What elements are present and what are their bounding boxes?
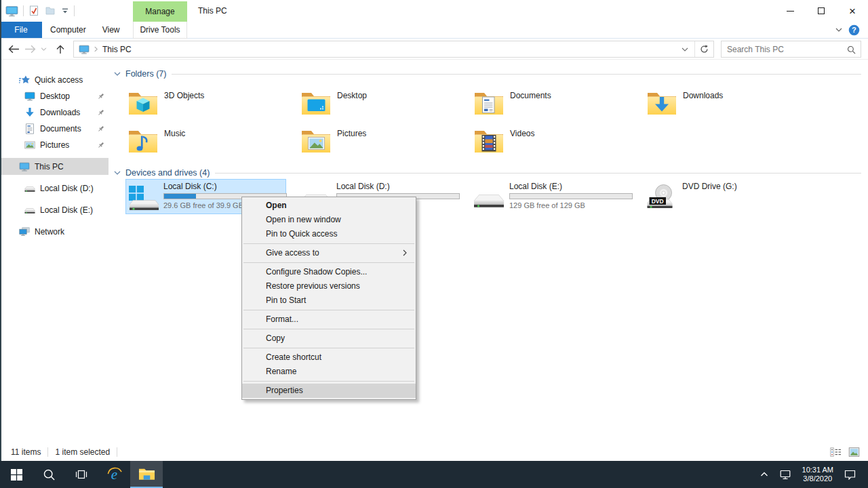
tile-label: Documents	[510, 91, 551, 121]
menu-item-configure-shadow-copies[interactable]: Configure Shadow Copies...	[242, 265, 416, 279]
menu-item-properties[interactable]: Properties	[242, 384, 416, 398]
details-view-button[interactable]	[830, 447, 842, 457]
chevron-down-icon[interactable]	[835, 28, 842, 32]
sidebar-item-network[interactable]: Network	[0, 221, 108, 243]
tile-folder-documents[interactable]: Documents	[471, 87, 632, 121]
group-label[interactable]: Folders (7)	[125, 69, 166, 79]
menu-separator	[243, 262, 414, 263]
task-view-button[interactable]	[65, 461, 98, 488]
sidebar-item-downloads[interactable]: Downloads	[0, 104, 108, 121]
selection-count: 1 item selected	[55, 447, 110, 457]
menu-item-pin-to-quick-access[interactable]: Pin to Quick access	[242, 227, 416, 241]
menu-item-create-shortcut[interactable]: Create shortcut	[242, 350, 416, 365]
menu-item-pin-to-start[interactable]: Pin to Start	[242, 293, 416, 308]
menu-item-format[interactable]: Format...	[242, 312, 416, 327]
menu-separator	[243, 310, 414, 310]
internet-explorer-button[interactable]: e	[98, 461, 130, 488]
this-pc-icon	[79, 44, 90, 55]
close-icon: ×	[849, 5, 856, 17]
folder-music-icon	[127, 126, 159, 156]
menu-separator	[243, 243, 414, 244]
tab-view[interactable]: View	[94, 22, 128, 38]
recent-locations-dropdown[interactable]	[38, 39, 49, 60]
ribbon-tab-strip: File Computer View Drive Tools ?	[0, 22, 868, 39]
search-icon[interactable]	[847, 45, 856, 54]
drive-name: Local Disk (C:)	[163, 182, 287, 192]
drive-usage-fill	[164, 194, 196, 199]
tray-chevron-icon[interactable]	[755, 461, 774, 488]
sidebar-item-label: Local Disk (D:)	[40, 184, 94, 193]
menu-item-copy[interactable]: Copy	[242, 331, 416, 346]
close-button[interactable]: ×	[837, 0, 868, 22]
breadcrumb[interactable]: This PC	[102, 45, 132, 54]
search-input[interactable]	[722, 41, 861, 57]
large-icons-view-button[interactable]	[848, 447, 860, 457]
action-center-icon[interactable]	[839, 461, 861, 488]
tile-label: 3D Objects	[164, 91, 204, 121]
tab-drive-tools[interactable]: Drive Tools	[133, 22, 187, 39]
group-label[interactable]: Devices and drives (4)	[125, 168, 210, 178]
chevron-down-icon[interactable]	[114, 171, 121, 175]
refresh-icon[interactable]	[695, 45, 713, 54]
pictures-icon	[24, 140, 35, 150]
toolbar-dropdown-icon[interactable]	[61, 7, 69, 15]
search-button[interactable]	[33, 461, 65, 488]
sidebar-item-local-disk-d[interactable]: Local Disk (D:)	[0, 178, 108, 199]
context-menu: OpenOpen in new windowPin to Quick acces…	[241, 197, 416, 400]
back-button[interactable]	[5, 39, 22, 60]
tile-drive-dvd-drive-g[interactable]: DVDDVD Drive (G:)	[644, 179, 805, 214]
drive-capacity-label: 129 GB free of 129 GB	[509, 201, 633, 209]
sidebar-item-label: Quick access	[35, 75, 83, 85]
group-header-devices[interactable]: Devices and drives (4)	[108, 167, 861, 179]
taskbar-clock[interactable]: 10:31 AM 3/8/2020	[797, 466, 839, 483]
new-folder-icon[interactable]	[45, 5, 56, 16]
menu-item-give-access-to[interactable]: Give access to	[242, 246, 416, 260]
menu-item-open-in-new-window[interactable]: Open in new window	[242, 213, 416, 227]
search-box[interactable]	[721, 41, 861, 58]
network-tray-icon[interactable]	[774, 461, 797, 488]
tile-drive-local-disk-e[interactable]: Local Disk (E:)129 GB free of 129 GB	[471, 179, 632, 214]
menu-item-rename[interactable]: Rename	[242, 365, 416, 379]
desktop-screen: Manage This PC × File Computer View Driv…	[0, 0, 868, 488]
tile-folder-videos[interactable]: Videos	[471, 125, 632, 159]
help-icon[interactable]: ?	[848, 24, 860, 36]
file-explorer-button[interactable]	[130, 461, 163, 488]
folder-documents-icon	[473, 88, 505, 118]
up-button[interactable]	[52, 39, 69, 60]
menu-item-open[interactable]: Open	[242, 199, 416, 213]
system-drive-icon	[127, 184, 159, 214]
sidebar-item-pictures[interactable]: Pictures	[0, 137, 108, 153]
ie-icon: e	[106, 466, 123, 483]
tile-folder-pictures[interactable]: Pictures	[298, 125, 459, 159]
menu-item-restore-previous-versions[interactable]: Restore previous versions	[242, 279, 416, 293]
tile-folder-3d-objects[interactable]: 3D Objects	[125, 87, 286, 121]
properties-check-icon[interactable]	[28, 5, 39, 16]
group-header-folders[interactable]: Folders (7)	[108, 68, 861, 80]
computer-icon[interactable]	[5, 5, 18, 17]
sidebar-item-this-pc[interactable]: This PC	[0, 158, 108, 175]
sidebar-item-desktop[interactable]: Desktop	[0, 88, 108, 104]
tile-folder-desktop[interactable]: Desktop	[298, 87, 459, 121]
status-separator	[117, 447, 117, 457]
contextual-tab-header-manage[interactable]: Manage	[133, 1, 187, 22]
folder-desktop-icon	[300, 88, 332, 118]
minimize-button[interactable]	[774, 0, 806, 22]
maximize-button[interactable]	[806, 0, 837, 22]
forward-button[interactable]	[22, 39, 38, 60]
file-explorer-window: Manage This PC × File Computer View Driv…	[0, 0, 868, 461]
tab-file[interactable]: File	[0, 22, 42, 38]
sidebar-item-documents[interactable]: Documents	[0, 121, 108, 137]
chevron-down-icon[interactable]	[114, 72, 121, 76]
tab-computer[interactable]: Computer	[42, 22, 94, 38]
address-dropdown-icon[interactable]	[675, 47, 694, 52]
status-separator	[47, 447, 48, 457]
title-bar[interactable]: Manage This PC ×	[0, 0, 868, 22]
tile-folder-downloads[interactable]: Downloads	[644, 87, 805, 121]
sidebar-item-quick-access[interactable]: Quick access	[0, 72, 108, 88]
toolbar-separator	[74, 5, 75, 16]
start-button[interactable]	[0, 461, 33, 488]
tile-folder-music[interactable]: Music	[125, 125, 286, 159]
sidebar-item-local-disk-e[interactable]: Local Disk (E:)	[0, 199, 108, 221]
address-bar[interactable]: This PC	[73, 41, 714, 58]
breadcrumb-chevron-icon[interactable]	[94, 46, 98, 52]
